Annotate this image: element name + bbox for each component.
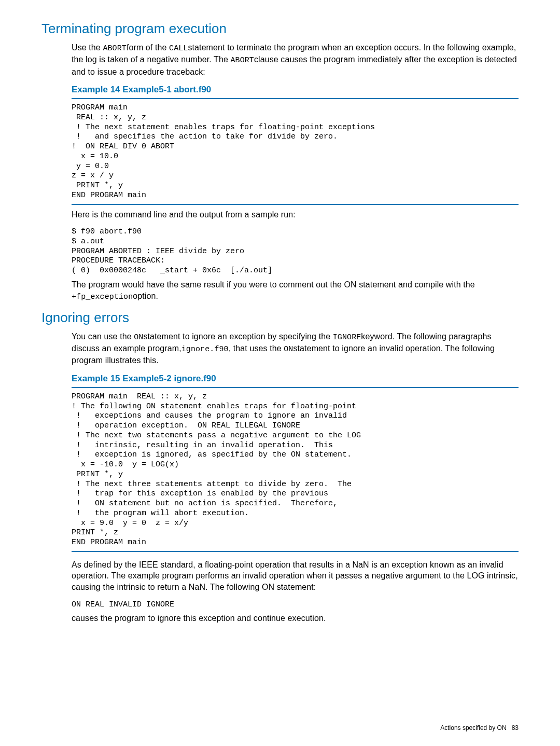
text: The program would have the same result i… <box>72 280 475 289</box>
text: option. <box>133 292 158 300</box>
rule <box>72 387 519 388</box>
inline-code: ABORT <box>230 56 254 65</box>
heading-terminating: Terminating program execution <box>41 21 519 37</box>
example14-title: Example 14 Example5-1 abort.f90 <box>72 85 519 95</box>
rule <box>72 551 519 552</box>
footer-label: Actions specified by ON <box>440 724 506 731</box>
heading-ignoring: Ignoring errors <box>41 310 519 326</box>
section2-body: You can use the ONstatement to ignore an… <box>72 331 519 624</box>
text: , that uses the <box>229 344 284 353</box>
inline-code: ON <box>284 345 293 354</box>
rule <box>72 98 519 99</box>
inline-code: CALL <box>169 44 188 53</box>
text: form of the <box>127 43 169 52</box>
inline-code: ABORT <box>103 44 127 53</box>
inline-code: ignore.f90 <box>181 345 229 354</box>
para-s2-p2: As defined by the IEEE standard, a float… <box>72 559 519 593</box>
para-s1-p2: Here is the command line and the output … <box>72 209 519 220</box>
page: Terminating program execution Use the AB… <box>0 0 560 746</box>
code-block-on-invalid: ON REAL INVALID IGNORE <box>72 600 519 610</box>
footer-page-number: 83 <box>512 724 519 731</box>
page-footer: Actions specified by ON 83 <box>440 724 519 731</box>
para-s2-p3: causes the program to ignore this except… <box>72 613 519 624</box>
para-s1-p3: The program would have the same result i… <box>72 279 519 302</box>
para-s2-p1: You can use the ONstatement to ignore an… <box>72 331 519 366</box>
para-s1-p1: Use the ABORTform of the CALLstatement t… <box>72 42 519 77</box>
code-block-abort: PROGRAM main REAL :: x, y, z ! The next … <box>72 103 519 201</box>
example15-title: Example 15 Example5-2 ignore.f90 <box>72 374 519 384</box>
code-block-ignore: PROGRAM main REAL :: x, y, z ! The follo… <box>72 392 519 548</box>
inline-code: IGNORE <box>333 333 361 342</box>
text: Use the <box>72 43 103 52</box>
code-block-run-output: $ f90 abort.f90 $ a.out PROGRAM ABORTED … <box>72 227 519 276</box>
rule <box>72 204 519 205</box>
text: You can use the <box>72 332 134 341</box>
inline-code: ON <box>134 333 143 342</box>
section1-body: Use the ABORTform of the CALLstatement t… <box>72 42 519 302</box>
text: statement to ignore an exception by spec… <box>143 332 332 341</box>
inline-code: +fp_exception <box>72 293 133 301</box>
